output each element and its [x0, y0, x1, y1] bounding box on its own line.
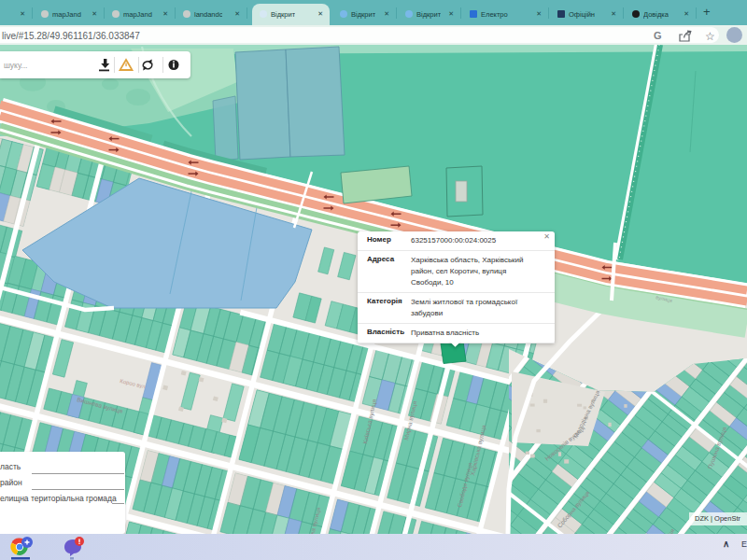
svg-text:G: G: [654, 30, 662, 41]
svg-text:☆: ☆: [705, 30, 715, 43]
